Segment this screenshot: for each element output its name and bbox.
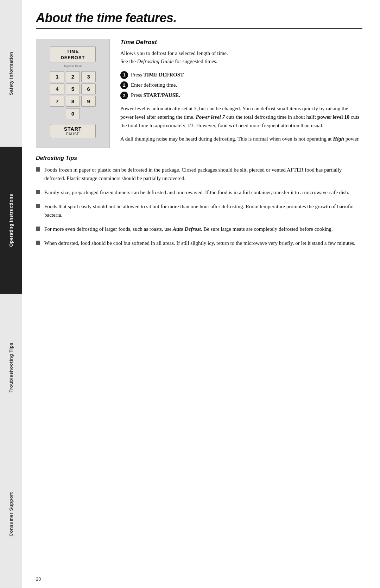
defrosting-tips-title: Defrosting Tips <box>36 155 362 161</box>
start-label: Start <box>53 126 93 132</box>
time-defrost-section: Time Defrost Allows you to defrost for a… <box>120 39 362 148</box>
key-7[interactable]: 7 <box>50 96 64 107</box>
tip-item-2: Family-size, prepackaged frozen dinners … <box>36 188 362 197</box>
time-defrost-heading: Time Defrost <box>120 39 362 46</box>
main-content: About the time features. Time Defrost Ex… <box>22 0 380 588</box>
power-level-paragraph: Power level is automatically set at 3, b… <box>120 104 362 130</box>
key-4[interactable]: 4 <box>50 83 64 94</box>
tip-text-1: Foods frozen in paper or plastic can be … <box>44 166 362 182</box>
high-power-label: High <box>333 136 344 142</box>
power-level-10: power level 10 <box>317 114 349 120</box>
tip-text-5: When defrosted, food should be cool but … <box>44 239 362 247</box>
time-defrost-bold: TIME DEFROST. <box>143 72 184 78</box>
tip-text-2: Family-size, prepackaged frozen dinners … <box>44 188 362 197</box>
sidebar-label-safety: Safety Information <box>8 52 14 95</box>
title-rule <box>36 28 362 29</box>
tip-bullet-3 <box>36 204 40 208</box>
tip-bullet-5 <box>36 241 40 245</box>
sidebar-label-troubleshooting: Troubleshooting Tips <box>8 342 14 392</box>
key-1[interactable]: 1 <box>50 71 64 82</box>
intro-paragraph: Allows you to defrost for a selected len… <box>120 49 362 66</box>
step-3-text: Press START/PAUSE. <box>131 91 180 99</box>
key-3[interactable]: 3 <box>81 71 96 82</box>
thumping-paragraph: A dull thumping noise may be heard durin… <box>120 135 362 143</box>
tips-list: Foods frozen in paper or plastic can be … <box>36 166 362 247</box>
tip-item-1: Foods frozen in paper or plastic can be … <box>36 166 362 182</box>
tip-text-3: Foods that spoil easily should not be al… <box>44 202 362 219</box>
key-8[interactable]: 8 <box>66 96 80 107</box>
tip-text-4: For more even defrosting of larger foods… <box>44 225 362 233</box>
page-title: About the time features. <box>36 11 362 25</box>
keypad-panel: Time Defrost Express Cook 1 2 3 4 5 6 7 … <box>36 39 110 148</box>
sidebar-label-consumer: Consumer Support <box>8 492 14 537</box>
tip-bullet-2 <box>36 190 40 194</box>
tip-item-3: Foods that spoil easily should not be al… <box>36 202 362 219</box>
key-2[interactable]: 2 <box>66 71 80 82</box>
time-defrost-button[interactable]: Time Defrost <box>50 46 96 62</box>
auto-defrost-label: Auto Defrost. <box>173 226 202 232</box>
steps-list: 1 Press TIME DEFROST. 2 Enter defrosting… <box>120 71 362 100</box>
key-5[interactable]: 5 <box>66 83 80 94</box>
time-defrost-label: Time Defrost <box>61 49 85 60</box>
number-grid: 1 2 3 4 5 6 7 8 9 0 <box>50 71 96 119</box>
tip-item-5: When defrosted, food should be cool but … <box>36 239 362 247</box>
step-number-2: 2 <box>120 81 128 89</box>
sidebar-section-consumer[interactable]: Consumer Support <box>0 441 22 588</box>
key-9[interactable]: 9 <box>81 96 96 107</box>
page-number: 20 <box>36 576 41 582</box>
defrosting-guide-link: Defrosting Guide <box>137 58 173 64</box>
start-pause-button[interactable]: Start Pause <box>50 124 96 138</box>
start-pause-bold: START/PAUSE. <box>143 92 180 98</box>
sidebar-section-troubleshooting[interactable]: Troubleshooting Tips <box>0 294 22 441</box>
content-row: Time Defrost Express Cook 1 2 3 4 5 6 7 … <box>36 39 362 148</box>
express-cook-label: Express Cook <box>50 64 96 68</box>
sidebar-label-operating: Operating Instructions <box>8 194 14 247</box>
step-number-1: 1 <box>120 71 128 79</box>
tip-bullet-1 <box>36 167 40 172</box>
sidebar-section-operating[interactable]: Operating Instructions <box>0 147 22 294</box>
step-number-3: 3 <box>120 92 128 99</box>
step-3: 3 Press START/PAUSE. <box>120 91 362 99</box>
step-1-text: Press TIME DEFROST. <box>131 71 185 79</box>
step-2: 2 Enter defrosting time. <box>120 81 362 89</box>
key-0[interactable]: 0 <box>66 108 80 119</box>
sidebar: Safety Information Operating Instruction… <box>0 0 22 588</box>
tip-bullet-4 <box>36 227 40 231</box>
key-6[interactable]: 6 <box>81 83 96 94</box>
pause-label: Pause <box>53 132 93 136</box>
defrosting-tips-section: Defrosting Tips Foods frozen in paper or… <box>36 155 362 247</box>
sidebar-section-safety[interactable]: Safety Information <box>0 0 22 147</box>
step-1: 1 Press TIME DEFROST. <box>120 71 362 79</box>
tip-item-4: For more even defrosting of larger foods… <box>36 225 362 233</box>
step-2-text: Enter defrosting time. <box>131 81 177 89</box>
power-level-7: Power level 7 <box>196 114 225 120</box>
